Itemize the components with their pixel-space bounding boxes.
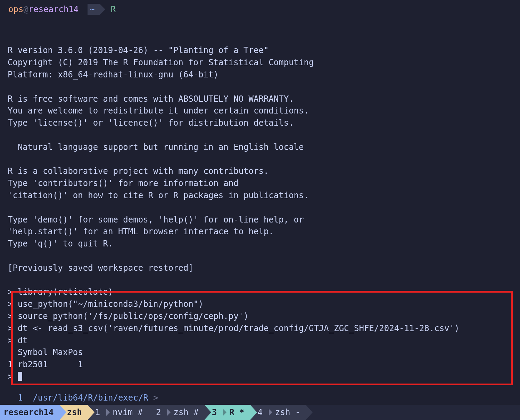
r-prompt: > xyxy=(8,299,13,309)
output-line: Type 'q()' to quit R. xyxy=(8,239,113,249)
r-prompt: > xyxy=(8,336,13,345)
output-line: You are welcome to redistribute it under… xyxy=(8,106,309,116)
output-line: 'citation()' on how to cite R or R packa… xyxy=(8,191,309,200)
output-line: R is a collaborative project with many c… xyxy=(8,166,269,176)
terminal-output[interactable]: R version 3.6.0 (2019-04-26) -- "Plantin… xyxy=(0,17,520,383)
tmux-tab-label: zsh # xyxy=(173,406,198,419)
prompt-host: research14 xyxy=(28,3,79,16)
prompt-at: @ xyxy=(23,3,28,16)
tmux-tab-label: zsh - xyxy=(275,406,300,419)
output-line: Type 'contributors()' for more informati… xyxy=(8,178,239,188)
tmux-tab-label: nvim # xyxy=(113,406,143,419)
status-pane-num: 1 xyxy=(18,393,23,403)
r-output-header: Symbol MaxPos xyxy=(8,347,83,357)
output-line: R version 3.6.0 (2019-04-26) -- "Plantin… xyxy=(8,45,269,55)
tmux-tab[interactable]: 1nvim # xyxy=(88,405,148,420)
r-prompt: > xyxy=(8,311,13,321)
r-input-line: library(reticulate) xyxy=(18,287,113,297)
output-line: 'help.start()' for an HTML browser inter… xyxy=(8,227,274,236)
prompt-cwd: ~ xyxy=(88,4,99,15)
tmux-host[interactable]: research14 xyxy=(0,405,59,420)
prompt-command: R xyxy=(111,3,116,16)
output-line: Type 'license()' or 'licence()' for dist… xyxy=(8,118,294,128)
tmux-tab-num: 4 xyxy=(258,406,263,419)
r-input-line: use_python("~/miniconda3/bin/python") xyxy=(18,299,204,309)
status-line: 1 /usr/lib64/R/bin/exec/R > xyxy=(0,392,520,404)
r-prompt: > xyxy=(8,372,13,381)
cursor[interactable] xyxy=(18,372,22,381)
r-input-line: source_python('/fs/public/ops/config/cep… xyxy=(18,311,249,321)
tmux-tab[interactable]: 2zsh # xyxy=(148,405,204,420)
tmux-tab-num: 3 xyxy=(212,406,217,419)
output-line: Copyright (C) 2019 The R Foundation for … xyxy=(8,58,314,67)
r-prompt: > xyxy=(8,324,13,333)
output-line: Natural language support but running in … xyxy=(8,142,304,152)
tmux-bar: research14 zsh 1nvim # 2zsh # 3R * 4zsh … xyxy=(0,405,520,420)
output-line: R is free software and comes with ABSOLU… xyxy=(8,94,294,104)
r-output-row: rb2501 1 xyxy=(13,360,83,369)
status-path: /usr/lib64/R/bin/exec/R xyxy=(33,393,148,403)
terminal-screen[interactable]: ops@research14 ~ R R version 3.6.0 (2019… xyxy=(0,0,520,420)
r-prompt: > xyxy=(8,287,13,297)
prompt-bar: ops@research14 ~ R xyxy=(0,0,520,17)
tmux-tab[interactable]: 4zsh - xyxy=(250,405,306,420)
output-line: [Previously saved workspace restored] xyxy=(8,263,193,273)
tmux-tab-label: R * xyxy=(229,406,244,419)
prompt-user: ops xyxy=(8,3,23,16)
r-input-line: dt xyxy=(18,336,28,345)
output-line: Platform: x86_64-redhat-linux-gnu (64-bi… xyxy=(8,70,218,79)
tmux-tab-num: 2 xyxy=(156,406,161,419)
status-tail: > xyxy=(148,393,158,403)
r-input-line: dt <- read_s3_csv('raven/futures_minute/… xyxy=(18,324,460,333)
tmux-tab-num: 1 xyxy=(95,406,100,419)
output-line: Type 'demo()' for some demos, 'help()' f… xyxy=(8,215,304,225)
r-output-rowidx: 1 xyxy=(8,360,13,369)
